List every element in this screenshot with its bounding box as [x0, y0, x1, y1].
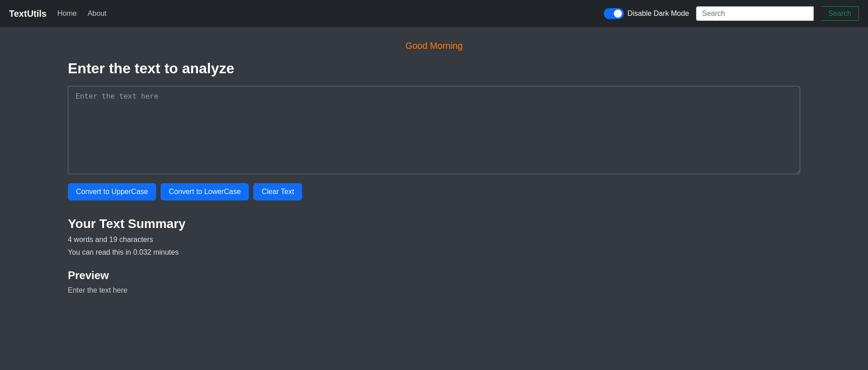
navbar: TextUtils Home About Disable Dark Mode S…: [0, 0, 868, 27]
greeting-text: Good Morning: [68, 41, 800, 51]
summary-stats: 4 words and 19 characters: [68, 236, 800, 244]
dark-mode-toggle[interactable]: [604, 8, 624, 19]
page-title: Enter the text to analyze: [68, 60, 800, 77]
btn-uppercase[interactable]: Convert to UpperCase: [68, 183, 156, 200]
search-input[interactable]: [696, 6, 814, 21]
preview-title: Preview: [68, 269, 800, 282]
dark-mode-toggle-label[interactable]: Disable Dark Mode: [604, 8, 689, 19]
toggle-slider: [604, 8, 624, 19]
nav-about[interactable]: About: [88, 8, 107, 19]
nav-home[interactable]: Home: [57, 8, 77, 19]
navbar-brand[interactable]: TextUtils: [9, 9, 47, 19]
toggle-text: Disable Dark Mode: [627, 9, 689, 18]
search-button[interactable]: Search: [821, 6, 859, 21]
read-time: You can read this in 0.032 minutes: [68, 248, 800, 256]
preview-text: Enter the text here: [68, 286, 800, 294]
text-input-area[interactable]: [68, 86, 800, 174]
main-content: Good Morning Enter the text to analyze C…: [0, 27, 868, 308]
btn-clear[interactable]: Clear Text: [253, 183, 302, 200]
summary-title: Your Text Summary: [68, 217, 800, 231]
navbar-right: Disable Dark Mode Search: [604, 6, 859, 21]
action-buttons: Convert to UpperCase Convert to LowerCas…: [68, 183, 800, 200]
btn-lowercase[interactable]: Convert to LowerCase: [161, 183, 249, 200]
